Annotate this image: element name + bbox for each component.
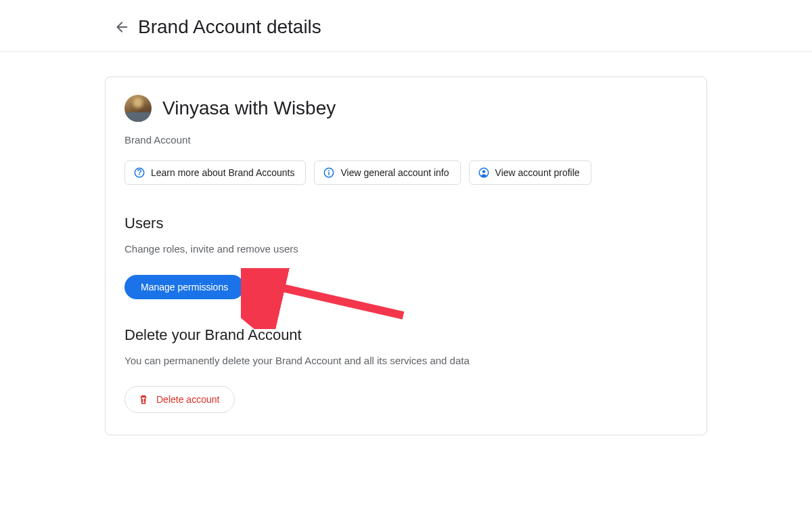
learn-more-chip[interactable]: Learn more about Brand Accounts <box>125 160 306 185</box>
arrow-left-icon <box>114 19 130 35</box>
delete-account-button[interactable]: Delete account <box>125 386 235 413</box>
info-icon <box>323 167 335 179</box>
svg-point-5 <box>482 170 485 173</box>
delete-button-label: Delete account <box>156 394 219 405</box>
annotation-arrow <box>241 268 410 329</box>
page-title: Brand Account details <box>138 16 321 38</box>
svg-rect-2 <box>329 172 330 175</box>
account-type-label: Brand Account <box>125 134 687 146</box>
account-avatar <box>125 95 152 122</box>
delete-section-desc: You can permanently delete your Brand Ac… <box>125 353 503 369</box>
chip-label: View account profile <box>495 167 580 178</box>
chip-label: View general account info <box>340 167 449 178</box>
account-header-row: Vinyasa with Wisbey <box>125 95 687 122</box>
svg-rect-3 <box>329 170 330 171</box>
back-button[interactable] <box>108 14 135 41</box>
view-profile-chip[interactable]: View account profile <box>469 160 591 185</box>
action-chip-row: Learn more about Brand Accounts View gen… <box>125 160 687 185</box>
trash-icon <box>137 393 150 406</box>
delete-section-title: Delete your Brand Account <box>125 326 687 344</box>
brand-account-card: Vinyasa with Wisbey Brand Account Learn … <box>105 77 707 435</box>
users-section-title: Users <box>125 215 687 232</box>
manage-permissions-button[interactable]: Manage permissions <box>125 275 244 299</box>
svg-line-6 <box>261 283 403 316</box>
help-icon <box>133 167 145 179</box>
users-section-desc: Change roles, invite and remove users <box>125 242 503 257</box>
account-name: Vinyasa with Wisbey <box>162 97 336 119</box>
profile-icon <box>478 167 490 179</box>
view-info-chip[interactable]: View general account info <box>314 160 460 185</box>
chip-label: Learn more about Brand Accounts <box>151 167 294 178</box>
page-header: Brand Account details <box>0 0 812 52</box>
